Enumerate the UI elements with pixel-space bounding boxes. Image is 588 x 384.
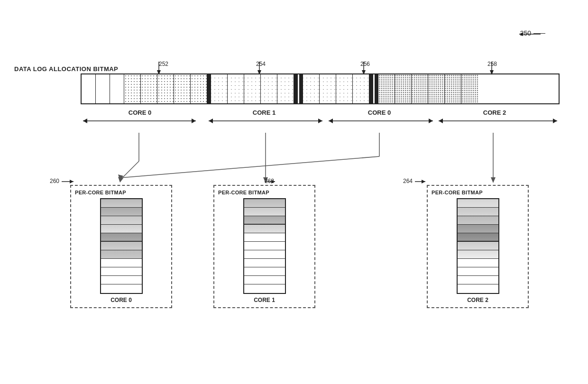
bitmap-seg-cross5 — [277, 74, 294, 103]
bitmap-seg-sdots3 — [412, 74, 428, 103]
bitmap-seg-sdots4 — [428, 74, 445, 103]
ref-260-arrow — [62, 178, 76, 185]
pcb2-row9 — [458, 267, 498, 276]
per-core-box-1: PER-CORE BITMAP CORE 1 — [213, 185, 315, 308]
pcb1-row3 — [244, 216, 285, 225]
pcb2-row7 — [458, 250, 498, 259]
pcb1-row5 — [244, 233, 285, 242]
pcb1-row6 — [244, 242, 285, 250]
svg-marker-36 — [271, 180, 275, 183]
pcb0-row9 — [101, 267, 142, 276]
pcb0-row6 — [101, 242, 142, 250]
pcb0-row7 — [101, 250, 142, 259]
bitmap-seg-cross6 — [303, 74, 320, 103]
ref-250-arrow — [519, 29, 548, 39]
bitmap-seg-empty3 — [110, 74, 124, 103]
bitmap-seg-cross9 — [353, 74, 369, 103]
pcb1-row7 — [244, 250, 285, 259]
pcb1-row10 — [244, 276, 285, 284]
ref-264: 264 — [403, 178, 413, 184]
pcb1-row8 — [244, 259, 285, 267]
pcb2-row6 — [458, 242, 498, 250]
core0-right-label: CORE 0 — [358, 108, 401, 117]
bitmap-sep2a — [294, 74, 298, 103]
bitmap-seg-sdots6 — [461, 74, 478, 103]
bitmap-seg-dots2 — [141, 74, 157, 103]
bitmap-seg-dots4 — [174, 74, 191, 103]
bitmap-seg-empty1 — [82, 74, 96, 103]
pcb0-row10 — [101, 276, 142, 284]
svg-marker-24 — [118, 177, 123, 183]
bitmap-seg-cross3 — [244, 74, 261, 103]
pcb2-row1 — [458, 199, 498, 208]
main-bitmap — [81, 73, 560, 104]
per-core-box-0: PER-CORE BITMAP CORE 0 — [70, 185, 172, 308]
pcb0-row1 — [101, 199, 142, 208]
per-core-footer-1: CORE 1 — [218, 297, 311, 303]
per-core-title-0: PER-CORE BITMAP — [75, 190, 167, 195]
svg-marker-20 — [439, 119, 443, 123]
svg-marker-14 — [209, 119, 213, 123]
bitmap-seg-cross7 — [320, 74, 336, 103]
svg-marker-27 — [118, 174, 123, 180]
svg-marker-1 — [519, 32, 523, 36]
bitmap-sep3a — [369, 74, 373, 103]
pcb1-row11 — [244, 284, 285, 293]
core1-label: CORE 1 — [243, 108, 285, 117]
core0-left-label: CORE 0 — [119, 108, 161, 117]
bitmap-seg-cross8 — [336, 74, 353, 103]
pcb1-row1 — [244, 199, 285, 208]
pcb1-row9 — [244, 267, 285, 276]
pcb2-row5 — [458, 233, 498, 242]
bitmap-seg-dots5 — [191, 74, 207, 103]
bitmap-seg-sdots1 — [378, 74, 395, 103]
ref-264-arrow — [415, 178, 429, 185]
svg-marker-34 — [70, 180, 74, 183]
bitmap-seg-sdots5 — [445, 74, 461, 103]
pcb0-row8 — [101, 259, 142, 267]
per-core-inner-0 — [100, 198, 143, 294]
svg-line-23 — [120, 161, 139, 180]
per-core-inner-2 — [457, 198, 499, 294]
ref-260: 260 — [50, 178, 59, 184]
svg-marker-11 — [83, 119, 87, 123]
bitmap-seg-sdots2 — [395, 74, 412, 103]
per-core-title-1: PER-CORE BITMAP — [218, 190, 311, 195]
bitmap-seg-cross2 — [228, 74, 244, 103]
bitmap-seg-dots3 — [157, 74, 174, 103]
core2-label: CORE 2 — [473, 108, 516, 117]
bitmap-sep3b — [375, 74, 378, 103]
pcb2-row10 — [458, 276, 498, 284]
pcb0-row4 — [101, 225, 142, 233]
svg-line-26 — [120, 156, 379, 178]
svg-marker-17 — [329, 119, 333, 123]
ref-262-arrow — [265, 178, 279, 185]
svg-marker-32 — [491, 177, 496, 183]
pcb2-row3 — [458, 216, 498, 225]
svg-marker-38 — [422, 180, 425, 183]
svg-marker-15 — [318, 119, 322, 123]
pcb1-row2 — [244, 208, 285, 216]
svg-marker-12 — [192, 119, 196, 123]
bitmap-sep1 — [207, 74, 211, 103]
svg-marker-21 — [553, 119, 557, 123]
per-core-footer-0: CORE 0 — [75, 297, 167, 303]
per-core-footer-2: CORE 2 — [432, 297, 524, 303]
per-core-inner-1 — [243, 198, 286, 294]
bitmap-sep2b — [299, 74, 303, 103]
pcb0-row5 — [101, 233, 142, 242]
pcb0-row11 — [101, 284, 142, 293]
bitmap-seg-cross4 — [261, 74, 277, 103]
bitmap-seg-dots1 — [124, 74, 141, 103]
svg-marker-18 — [429, 119, 433, 123]
pcb2-row2 — [458, 208, 498, 216]
pcb0-row3 — [101, 216, 142, 225]
pcb2-row11 — [458, 284, 498, 293]
pcb2-row8 — [458, 259, 498, 267]
pcb1-row4 — [244, 225, 285, 233]
bitmap-label: DATA LOG ALLOCATION BITMAP — [14, 65, 118, 73]
per-core-title-2: PER-CORE BITMAP — [432, 190, 524, 195]
bitmap-seg-cross1 — [211, 74, 228, 103]
pcb2-row4 — [458, 225, 498, 233]
diagram-container: 250 DATA LOG ALLOCATION BITMAP 252 254 2… — [0, 0, 588, 384]
